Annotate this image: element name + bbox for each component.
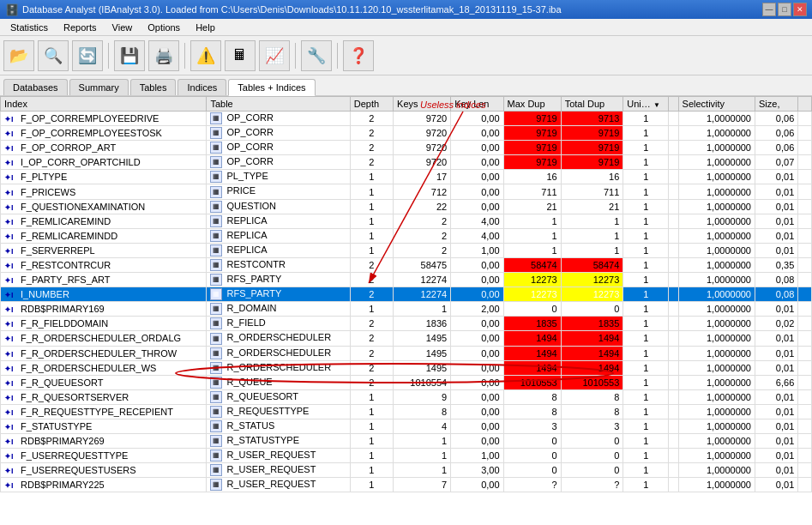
col-index[interactable]: Index (1, 97, 207, 112)
table-icon: ▦ (210, 362, 222, 374)
cell-keys: 9720 (394, 112, 451, 126)
col-size[interactable]: Size, (755, 97, 797, 112)
cell-keys: 7 (394, 478, 451, 492)
col-keylen[interactable]: Key Len (451, 97, 503, 112)
table-row[interactable]: ✦I RDB$PRIMARY225 ▦ R_USER_REQUEST 1 7 0… (1, 478, 812, 492)
cell-empty (669, 170, 678, 184)
table-row[interactable]: ✦I F_STATUSTYPE ▦ R_STATUS 1 4 0,00 3 3 … (1, 419, 812, 433)
cell-size: 0,06 (755, 126, 797, 141)
cell-uni: 1 (623, 126, 669, 141)
table-row[interactable]: ✦I F_R_ORDERSCHEDULER_WS ▦ R_ORDERSCHEDU… (1, 360, 812, 375)
minimize-button[interactable]: — (762, 3, 776, 16)
table-row[interactable]: ✦I RDB$PRIMARY269 ▦ R_STATUSTYPE 1 1 0,0… (1, 434, 812, 449)
table-icon: ▦ (210, 288, 222, 300)
cell-table: ▦ PRICE (207, 184, 350, 199)
help-button[interactable]: ❓ (343, 40, 374, 71)
table-row[interactable]: ✦I F_R_FIELDDOMAIN ▦ R_FIELD 2 1836 0,00… (1, 317, 812, 331)
chart-button[interactable]: 📈 (259, 40, 290, 71)
table-row[interactable]: ✦I F_R_REQUESTTYPE_RECEPIENT ▦ R_REQUEST… (1, 404, 812, 419)
menu-reports[interactable]: Reports (57, 21, 104, 34)
table-row[interactable]: ✦I F_R_ORDERSCHEDULER_THROW ▦ R_ORDERSCH… (1, 346, 812, 360)
table-row[interactable]: ✦I F_SERVERREPL ▦ REPLICA 1 2 1,00 1 1 1… (1, 243, 812, 257)
cell-selectivity: 1,0000000 (678, 257, 755, 272)
close-button[interactable]: ✕ (793, 3, 807, 16)
title-bar-left: 🗄️ Database Analyst (IBAnalyst 3.0). Loa… (5, 3, 562, 16)
print-button[interactable]: 🖨️ (148, 40, 179, 71)
table-row[interactable]: ✦I F_REMLICAREMINDD ▦ REPLICA 1 2 4,00 1… (1, 228, 812, 243)
table-row[interactable]: ✦I F_OP_CORROP_ART ▦ OP_CORR 2 9720 0,00… (1, 141, 812, 155)
table-row[interactable]: ✦I F_RESTCONTRCUR ▦ RESTCONTR 2 58475 0,… (1, 257, 812, 272)
table-row[interactable]: ✦I I_OP_CORR_OPARTCHILD ▦ OP_CORR 2 9720… (1, 155, 812, 170)
cell-extra (798, 434, 812, 449)
table-row[interactable]: ✦I F_USERREQUESTTYPE ▦ R_USER_REQUEST 1 … (1, 449, 812, 463)
cell-empty (669, 331, 678, 346)
tab-tables[interactable]: Tables (130, 79, 177, 95)
table-row[interactable]: ✦I F_USERREQUESTUSERS ▦ R_USER_REQUEST 1… (1, 463, 812, 478)
table-row[interactable]: ✦I F_PLTYPE ▦ PL_TYPE 1 17 0,00 16 16 1 … (1, 170, 812, 184)
tools-button[interactable]: 🔧 (301, 40, 332, 71)
menu-statistics[interactable]: Statistics (3, 21, 55, 34)
col-maxdup[interactable]: Max Dup (503, 97, 561, 112)
col-uni[interactable]: Uni… ▼ (623, 97, 669, 112)
cell-totaldup: 1 (561, 243, 623, 257)
cell-uni: 1 (623, 199, 669, 214)
table-row[interactable]: ✦I F_OP_CORREMPLOYEEDRIVE ▦ OP_CORR 2 97… (1, 112, 812, 126)
table-row[interactable]: ✦I F_R_QUESORTSERVER ▦ R_QUEUESORT 1 9 0… (1, 389, 812, 404)
calc-button[interactable]: 🖩 (225, 40, 256, 71)
warning-button[interactable]: ⚠️ (190, 40, 221, 71)
maximize-button[interactable]: □ (778, 3, 791, 16)
menu-view[interactable]: View (105, 21, 140, 34)
table-icon: ▦ (210, 230, 222, 242)
cell-depth: 1 (350, 463, 393, 478)
table-row[interactable]: ✦I F_R_QUEUESORT ▦ R_QUEUE 2 1010554 0,0… (1, 375, 812, 389)
menu-options[interactable]: Options (141, 21, 187, 34)
cell-selectivity: 1,0000000 (678, 184, 755, 199)
cell-table: ▦ R_QUEUE (207, 375, 350, 389)
table-row[interactable]: ✦I RDB$PRIMARY169 ▦ R_DOMAIN 1 1 2,00 0 … (1, 302, 812, 317)
cell-keys: 1495 (394, 346, 451, 360)
table-row[interactable]: ✦I F_REMLICAREMIND ▦ REPLICA 1 2 4,00 1 … (1, 214, 812, 228)
table-row[interactable]: ✦I F_R_ORDERSCHEDULER_ORDALG ▦ R_ORDERSC… (1, 331, 812, 346)
table-row[interactable]: ✦I F_QUESTIONEXAMINATION ▦ QUESTION 1 22… (1, 199, 812, 214)
search-button[interactable]: 🔍 (38, 40, 69, 71)
cell-maxdup: 1494 (503, 331, 561, 346)
col-depth[interactable]: Depth (350, 97, 393, 112)
table-row[interactable]: ✦I F_PARTY_RFS_ART ▦ RFS_PARTY 2 12274 0… (1, 273, 812, 287)
tab-tables-indices[interactable]: Tables + Indices (228, 79, 315, 96)
table-row[interactable]: ✦I I_NUMBER ▦ RFS_PARTY 2 12274 0,00 122… (1, 287, 812, 302)
tab-summary[interactable]: Summary (69, 79, 129, 95)
open-button[interactable]: 📂 (3, 40, 34, 71)
cell-table: ▦ REPLICA (207, 228, 350, 243)
menu-help[interactable]: Help (189, 21, 222, 34)
cell-extra (798, 419, 812, 433)
index-type-icon: ✦I (4, 305, 18, 314)
cell-maxdup: 9719 (503, 126, 561, 141)
index-type-icon: ✦I (4, 291, 18, 299)
table-row[interactable]: ✦I F_PRICEWS ▦ PRICE 1 712 0,00 711 711 … (1, 184, 812, 199)
cell-depth: 1 (350, 449, 393, 463)
cell-keys: 1 (394, 463, 451, 478)
cell-keylen: 0,00 (451, 389, 503, 404)
table-row[interactable]: ✦I F_OP_CORREMPLOYEESTOSK ▦ OP_CORR 2 97… (1, 126, 812, 141)
cell-extra (798, 126, 812, 141)
cell-size: 0,08 (755, 287, 797, 302)
col-selectivity[interactable]: Selectivity (678, 97, 755, 112)
col-table[interactable]: Table (207, 97, 350, 112)
cell-totaldup: 0 (561, 434, 623, 449)
tab-indices[interactable]: Indices (177, 79, 226, 95)
col-keys[interactable]: Keys (394, 97, 451, 112)
title-bar: 🗄️ Database Analyst (IBAnalyst 3.0). Loa… (0, 0, 812, 19)
col-totaldup[interactable]: Total Dup (561, 97, 623, 112)
cell-uni: 1 (623, 155, 669, 170)
table-container[interactable]: Index Table Depth Keys Key Len Max Dup T… (0, 96, 812, 525)
save-button[interactable]: 💾 (114, 40, 145, 71)
cell-size: 0,08 (755, 273, 797, 287)
index-type-icon: ✦I (4, 467, 18, 475)
cell-table: ▦ R_DOMAIN (207, 302, 350, 317)
cell-selectivity: 1,0000000 (678, 126, 755, 141)
refresh-button[interactable]: 🔄 (72, 40, 103, 71)
table-icon: ▦ (210, 333, 222, 345)
cell-index: ✦I RDB$PRIMARY269 (1, 434, 207, 449)
cell-totaldup: 0 (561, 302, 623, 317)
tab-databases[interactable]: Databases (3, 79, 68, 95)
